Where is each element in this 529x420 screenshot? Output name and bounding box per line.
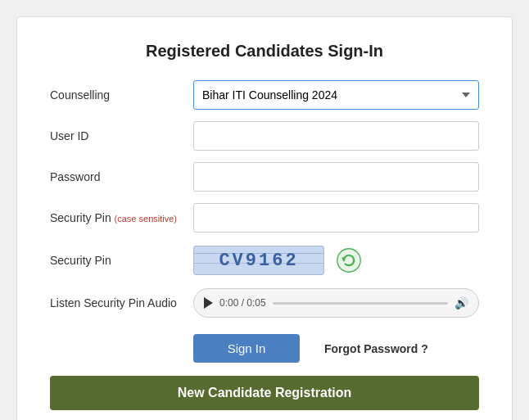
- password-row: Password: [50, 162, 479, 192]
- userid-row: User ID: [50, 121, 479, 151]
- captcha-container: CV9162: [193, 244, 479, 277]
- security-pin-label: Security Pin (case sensitive): [50, 211, 193, 224]
- refresh-icon: [336, 247, 362, 273]
- counselling-select[interactable]: Bihar ITI Counselling 2024: [193, 80, 479, 110]
- signin-card: Registered Candidates Sign-In Counsellin…: [16, 16, 513, 420]
- refresh-captcha-button[interactable]: [332, 244, 365, 277]
- counselling-row: Counselling Bihar ITI Counselling 2024: [50, 80, 479, 110]
- new-registration-button[interactable]: New Candidate Registration: [50, 376, 479, 410]
- password-input[interactable]: [193, 162, 479, 192]
- svg-point-0: [337, 249, 360, 272]
- userid-input[interactable]: [193, 121, 479, 151]
- audio-label: Listen Security Pin Audio: [50, 296, 193, 309]
- volume-icon[interactable]: 🔊: [454, 296, 468, 309]
- captcha-image: CV9162: [193, 246, 324, 275]
- captcha-row: Security Pin CV9162: [50, 244, 479, 277]
- password-label: Password: [50, 170, 193, 183]
- audio-progress-bar[interactable]: [273, 302, 448, 305]
- audio-time: 0:00 / 0:05: [219, 297, 266, 309]
- signin-button[interactable]: Sign In: [193, 334, 300, 363]
- case-sensitive-note: (case sensitive): [115, 214, 177, 224]
- play-icon: [204, 297, 213, 309]
- audio-row: Listen Security Pin Audio 0:00 / 0:05 🔊: [50, 288, 479, 318]
- security-pin-row: Security Pin (case sensitive): [50, 203, 479, 233]
- counselling-label: Counselling: [50, 88, 193, 102]
- page-title: Registered Candidates Sign-In: [50, 42, 479, 61]
- security-pin-input[interactable]: [193, 203, 479, 233]
- forgot-password-link[interactable]: Forgot Password ?: [324, 342, 428, 355]
- new-reg-wrapper: New Candidate Registration: [50, 376, 479, 410]
- actions-row: Sign In Forgot Password ?: [50, 334, 479, 363]
- audio-player: 0:00 / 0:05 🔊: [193, 288, 479, 318]
- play-button[interactable]: [204, 297, 213, 309]
- captcha-label: Security Pin: [50, 254, 193, 267]
- userid-label: User ID: [50, 129, 193, 142]
